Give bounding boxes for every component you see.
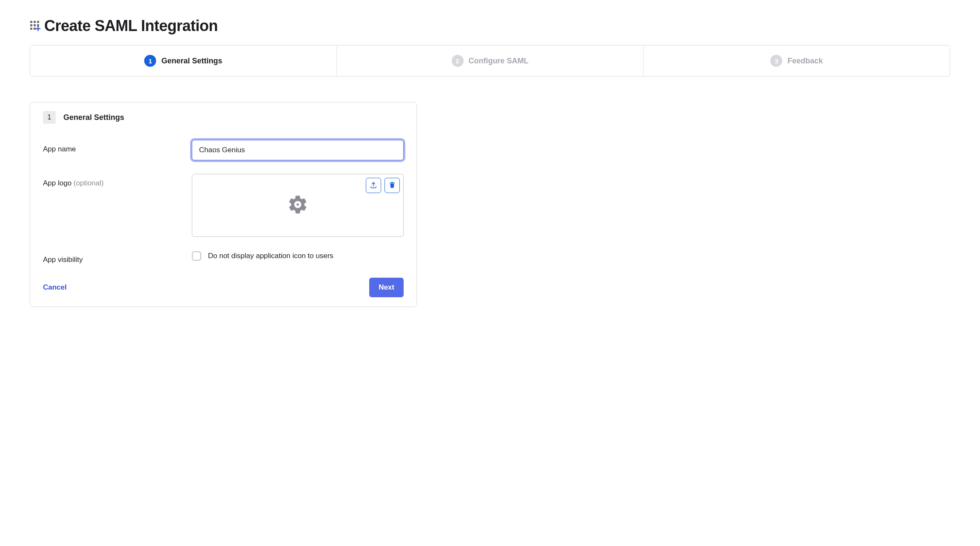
upload-icon bbox=[370, 181, 377, 190]
visibility-checkbox[interactable] bbox=[192, 251, 201, 261]
page-title: Create SAML Integration bbox=[44, 17, 218, 35]
step-feedback[interactable]: 3 Feedback bbox=[644, 46, 950, 76]
svg-rect-7 bbox=[34, 28, 36, 30]
row-app-logo: App logo (optional) bbox=[43, 174, 404, 237]
svg-rect-1 bbox=[34, 21, 36, 23]
row-app-visibility: App visibility Do not display applicatio… bbox=[43, 250, 404, 264]
panel-title: General Settings bbox=[63, 113, 124, 122]
label-app-logo: App logo (optional) bbox=[43, 174, 192, 188]
svg-rect-9 bbox=[36, 28, 40, 29]
panel-number: 1 bbox=[43, 111, 56, 124]
step-label: Configure SAML bbox=[469, 57, 529, 65]
step-number: 1 bbox=[144, 55, 156, 67]
svg-rect-6 bbox=[30, 28, 32, 30]
panel-header: 1 General Settings bbox=[43, 111, 404, 124]
step-number: 3 bbox=[770, 55, 782, 67]
step-number: 2 bbox=[452, 55, 464, 67]
svg-point-12 bbox=[296, 203, 299, 205]
visibility-checkbox-label: Do not display application icon to users bbox=[208, 252, 333, 260]
cancel-button[interactable]: Cancel bbox=[43, 283, 67, 292]
visibility-checkbox-row: Do not display application icon to users bbox=[192, 250, 404, 261]
step-general-settings[interactable]: 1 General Settings bbox=[30, 46, 337, 76]
row-app-name: App name bbox=[43, 140, 404, 160]
step-label: Feedback bbox=[787, 57, 823, 65]
next-button[interactable]: Next bbox=[369, 278, 404, 297]
gear-icon bbox=[287, 194, 308, 217]
step-label: General Settings bbox=[161, 57, 222, 65]
svg-rect-4 bbox=[34, 24, 36, 26]
app-name-input[interactable] bbox=[192, 140, 404, 160]
label-app-name: App name bbox=[43, 140, 192, 154]
svg-rect-5 bbox=[37, 24, 39, 26]
svg-rect-3 bbox=[30, 24, 32, 26]
upload-logo-button[interactable] bbox=[366, 178, 381, 193]
step-configure-saml[interactable]: 2 Configure SAML bbox=[337, 46, 644, 76]
label-app-logo-text: App logo bbox=[43, 179, 74, 187]
page-header: Create SAML Integration bbox=[30, 17, 950, 35]
label-app-visibility: App visibility bbox=[43, 250, 192, 264]
label-optional: (optional) bbox=[74, 179, 104, 187]
general-settings-panel: 1 General Settings App name App logo (op… bbox=[30, 102, 417, 307]
form-actions: Cancel Next bbox=[43, 278, 404, 297]
apps-grid-plus-icon bbox=[30, 20, 42, 32]
wizard-stepper: 1 General Settings 2 Configure SAML 3 Fe… bbox=[30, 45, 950, 77]
delete-logo-button[interactable] bbox=[385, 178, 400, 193]
app-logo-dropzone[interactable] bbox=[192, 174, 404, 237]
logo-actions bbox=[366, 178, 400, 193]
svg-rect-0 bbox=[30, 21, 32, 23]
trash-icon bbox=[388, 181, 396, 190]
svg-rect-2 bbox=[37, 21, 39, 23]
